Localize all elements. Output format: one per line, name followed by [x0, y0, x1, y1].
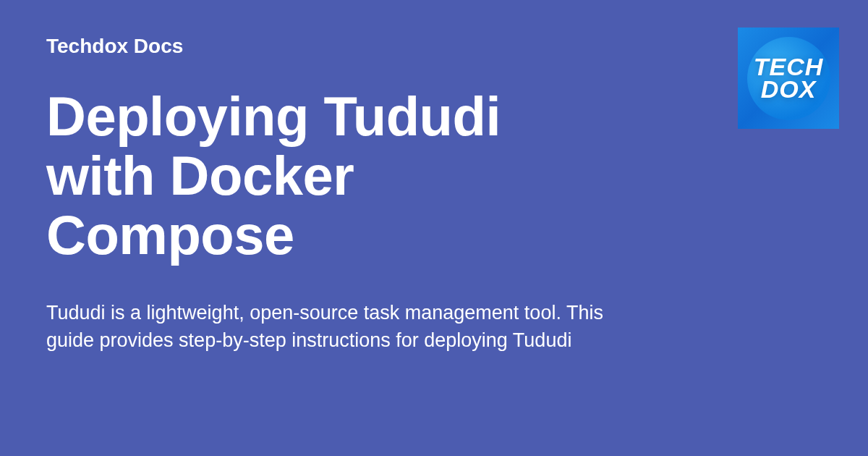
main-content: Techdox Docs Deploying Tududi with Docke… — [0, 0, 651, 355]
site-name: Techdox Docs — [46, 35, 605, 58]
page-title: Deploying Tududi with Docker Compose — [46, 87, 605, 265]
logo-line2: DOX — [754, 78, 824, 101]
page-description: Tududi is a lightweight, open-source tas… — [46, 300, 605, 355]
logo-text: TECH DOX — [754, 56, 824, 100]
logo: TECH DOX — [738, 28, 839, 129]
